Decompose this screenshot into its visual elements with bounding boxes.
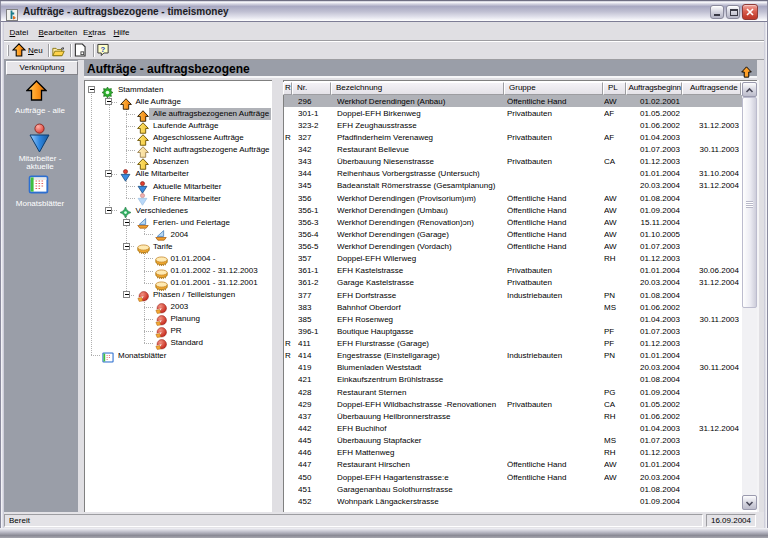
svg-text:?: ? [101, 45, 106, 54]
